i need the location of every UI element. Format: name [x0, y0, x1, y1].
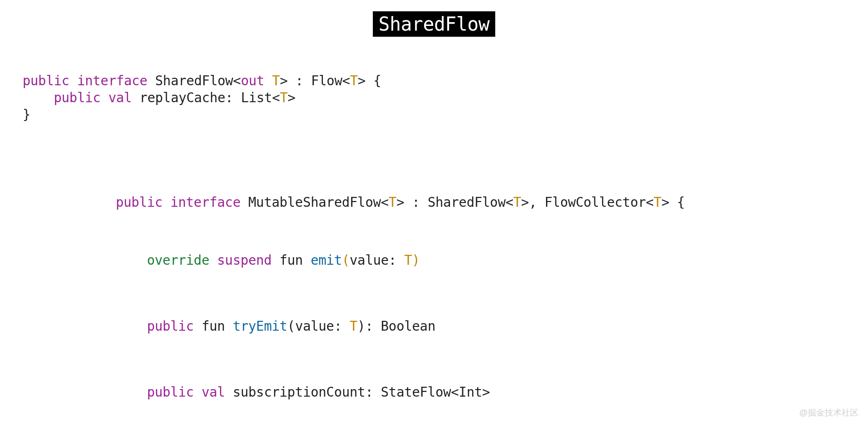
type-param: T	[272, 73, 280, 89]
param-name: value	[295, 318, 334, 334]
property-name: replayCache	[139, 90, 225, 106]
keyword-suspend: suspend	[217, 252, 272, 268]
keyword-public: public	[23, 73, 69, 89]
type-ref: List	[241, 90, 272, 106]
code-block-sharedflow: public interface SharedFlow<out T> : Flo…	[23, 73, 381, 123]
type-param: T	[350, 318, 358, 334]
type-param: T	[350, 73, 358, 89]
function-name: emit	[311, 252, 342, 268]
type-param: T	[389, 195, 397, 210]
keyword-fun: fun	[201, 318, 225, 334]
type-ref: Boolean	[381, 318, 435, 334]
keyword-public: public	[147, 384, 193, 400]
type-ref: SharedFlow	[427, 195, 506, 210]
type-param: T	[654, 195, 662, 210]
brace-close: }	[23, 107, 31, 122]
type-name: SharedFlow	[155, 73, 233, 89]
type-ref: Int	[459, 384, 482, 400]
keyword-public: public	[116, 195, 162, 210]
keyword-public: public	[54, 90, 100, 106]
type-name: MutableSharedFlow	[249, 195, 381, 210]
keyword-fun: fun	[280, 252, 303, 268]
keyword-val: val	[201, 384, 225, 400]
type-ref: StateFlow	[381, 384, 451, 400]
keyword-override: override	[147, 252, 209, 268]
watermark-text: @掘金技术社区	[799, 407, 859, 418]
keyword-out: out	[241, 73, 265, 89]
type-param: T	[514, 195, 522, 210]
param-name: value	[350, 252, 389, 268]
code-block-mutablesharedflow: public interface MutableSharedFlow<T> : …	[116, 161, 685, 423]
type-param: T	[280, 90, 288, 106]
type-ref: Flow	[311, 73, 342, 89]
property-name: subscriptionCount	[233, 384, 365, 400]
function-name: tryEmit	[233, 318, 287, 334]
keyword-val: val	[108, 90, 132, 106]
keyword-interface: interface	[77, 73, 147, 89]
keyword-interface: interface	[170, 195, 241, 210]
keyword-public: public	[147, 318, 193, 334]
type-param: T	[404, 252, 412, 268]
page-title: SharedFlow	[373, 11, 495, 37]
type-ref: FlowCollector	[545, 195, 646, 210]
